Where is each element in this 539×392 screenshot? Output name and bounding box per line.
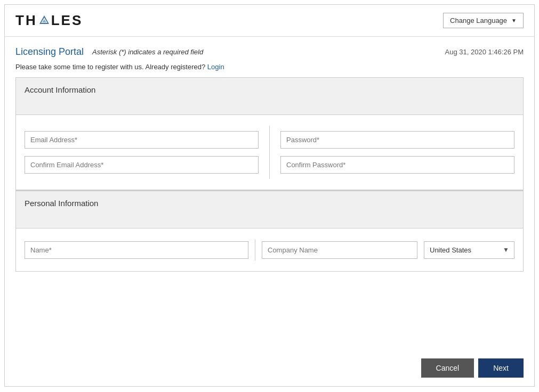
account-section-header: Account Information (16, 78, 523, 115)
main-content: Licensing Portal Asterisk (*) indicates … (5, 37, 534, 350)
country-select-wrapper: United States Canada United Kingdom Germ… (424, 241, 514, 259)
vertical-divider (269, 126, 270, 179)
portal-header-left: Licensing Portal Asterisk (*) indicates … (15, 46, 203, 58)
name-field[interactable] (25, 241, 248, 259)
bottom-bar: Cancel Next (5, 350, 534, 386)
account-section-fields (16, 115, 523, 190)
personal-fields-row: United States Canada United Kingdom Germ… (25, 239, 514, 260)
dropdown-arrow-icon: ▼ (511, 18, 517, 23)
personal-section-title: Personal Information (25, 199, 98, 208)
registration-text: Please take some time to register with u… (15, 63, 205, 71)
personal-section-fields: United States Canada United Kingdom Germ… (16, 228, 523, 271)
personal-information-section: Personal Information United States Canad… (15, 191, 524, 272)
confirm-password-field[interactable] (280, 156, 514, 174)
right-field-group (280, 131, 514, 174)
login-link[interactable]: Login (207, 63, 224, 71)
company-name-field[interactable] (262, 241, 417, 259)
logo-text-les: LES (51, 12, 83, 29)
registration-notice: Please take some time to register with u… (15, 63, 524, 71)
company-field-wrapper (262, 241, 417, 259)
logo-triangle-icon (38, 14, 50, 26)
cancel-button[interactable]: Cancel (421, 358, 474, 378)
country-select[interactable]: United States Canada United Kingdom Germ… (424, 241, 514, 259)
timestamp: Aug 31, 2020 1:46:26 PM (445, 48, 524, 56)
page-header: TH LES Change Language ▼ (5, 5, 534, 37)
personal-divider (255, 239, 255, 260)
licensing-portal-title: Licensing Portal (15, 46, 84, 58)
account-fields-row (25, 126, 514, 179)
required-field-note: Asterisk (*) indicates a required field (92, 48, 203, 56)
email-field[interactable] (25, 131, 259, 149)
logo-text-th: TH (15, 12, 37, 29)
confirm-email-field[interactable] (25, 156, 259, 174)
account-information-section: Account Information (15, 77, 524, 191)
password-field[interactable] (280, 131, 514, 149)
change-language-button[interactable]: Change Language ▼ (443, 13, 524, 28)
change-language-label: Change Language (450, 17, 507, 24)
portal-header-row: Licensing Portal Asterisk (*) indicates … (15, 37, 524, 63)
left-field-group (25, 131, 259, 174)
account-section-title: Account Information (25, 85, 95, 94)
logo: TH LES (15, 12, 83, 29)
next-button[interactable]: Next (478, 358, 524, 378)
name-field-wrapper (25, 241, 248, 259)
personal-section-header: Personal Information (16, 191, 523, 228)
